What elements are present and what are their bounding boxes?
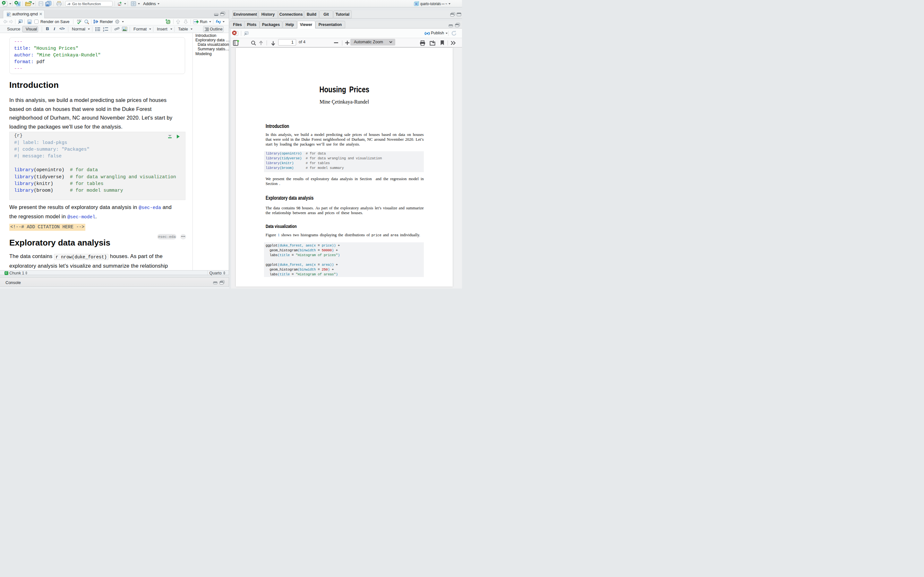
svg-text:R: R — [415, 2, 418, 6]
svg-text:2: 2 — [103, 29, 104, 32]
svg-text:R: R — [18, 3, 20, 6]
svg-text:1: 1 — [103, 27, 104, 29]
svg-text:C: C — [168, 21, 170, 24]
svg-text:ABC: ABC — [77, 19, 82, 22]
